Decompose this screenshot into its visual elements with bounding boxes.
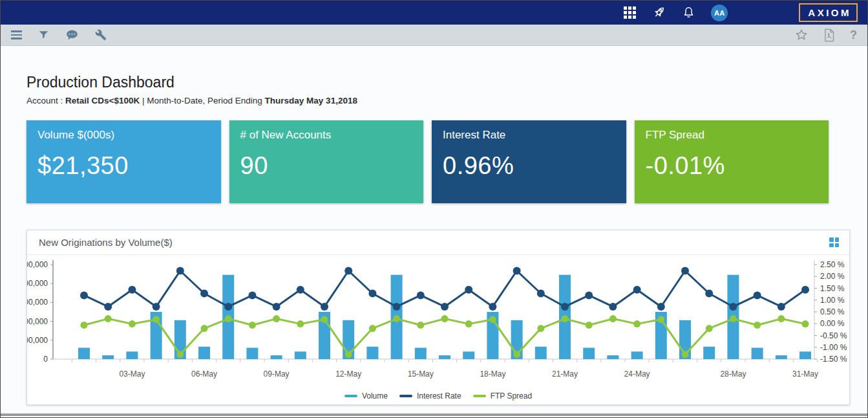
- interest-rate-point: [80, 291, 88, 299]
- right-axis-label: 2.00 %: [820, 272, 845, 281]
- toolbar-left-group: [11, 28, 107, 42]
- interest-rate-point: [633, 286, 641, 294]
- top-nav: AA AXIOM: [1, 1, 867, 25]
- interest-rate-line: [84, 270, 805, 306]
- right-axis-label: -0.50 %: [820, 331, 847, 340]
- volume-bar: [198, 347, 210, 359]
- kpi-label: # of New Accounts: [240, 129, 413, 142]
- volume-bar: [607, 355, 619, 359]
- page-title: Production Dashboard: [26, 74, 867, 91]
- toolbar: ?: [1, 25, 867, 46]
- interest-rate-point: [321, 303, 328, 311]
- apps-grid-icon[interactable]: [624, 6, 636, 19]
- interest-rate-point: [441, 303, 449, 311]
- x-axis-label: 28-May: [720, 369, 746, 379]
- comments-icon[interactable]: [65, 28, 79, 42]
- interest-rate-point: [513, 267, 521, 274]
- left-axis-label: 1,500,000: [27, 298, 48, 307]
- volume-bar: [463, 351, 474, 359]
- kpi-card-interest-rate[interactable]: Interest Rate 0.96%: [432, 120, 626, 203]
- notifications-bell-icon[interactable]: [682, 6, 695, 19]
- interest-rate-point: [248, 291, 256, 299]
- ftp-spread-point: [609, 315, 617, 322]
- rocket-icon[interactable]: [651, 5, 666, 20]
- kpi-card-volume[interactable]: Volume $(000s) $21,350: [26, 120, 221, 203]
- help-icon[interactable]: ?: [850, 28, 857, 42]
- left-axis-label: 2,500,000: [27, 260, 48, 269]
- apps-grid-icon-glyph: [624, 6, 636, 19]
- legend-label: Interest Rate: [417, 391, 461, 401]
- ftp-spread-line: [84, 319, 805, 355]
- x-axis-label: 03-May: [119, 369, 145, 379]
- volume-bar: [271, 355, 282, 359]
- export-pdf-icon[interactable]: [823, 28, 835, 42]
- filter-icon[interactable]: [38, 30, 49, 41]
- ftp-spread-point: [417, 322, 424, 329]
- chart-panel-header: New Originations by Volume($): [27, 230, 849, 255]
- account-value: Retail CDs<$100K: [65, 96, 140, 105]
- right-axis-label: 1.00 %: [820, 296, 845, 305]
- kpi-card-ftp-spread[interactable]: FTP Spread -0.01%: [635, 120, 829, 203]
- chart-legend: VolumeInterest RateFTP Spread: [27, 389, 849, 403]
- right-axis-label: -1.00 %: [820, 343, 847, 352]
- grid-layout-icon[interactable]: [829, 237, 839, 247]
- volume-bar: [703, 347, 715, 359]
- ftp-spread-point: [249, 322, 256, 329]
- interest-rate-point: [561, 303, 569, 311]
- interest-rate-point: [657, 303, 665, 311]
- interest-rate-point: [681, 267, 689, 274]
- ftp-spread-point: [706, 325, 713, 332]
- x-axis-label: 21-May: [552, 369, 578, 379]
- ftp-spread-point: [105, 315, 112, 322]
- ftp-spread-point: [225, 315, 232, 322]
- chart-panel: New Originations by Volume($) 0500,0001,…: [26, 230, 850, 405]
- interest-rate-point: [224, 303, 232, 311]
- ftp-spread-point: [586, 322, 593, 329]
- chart-title: New Originations by Volume($): [39, 237, 173, 248]
- left-axis-label: 2,000,000: [27, 279, 48, 288]
- favorite-star-icon[interactable]: [794, 28, 809, 42]
- volume-bar: [583, 347, 595, 359]
- ftp-spread-point: [201, 325, 208, 332]
- user-avatar[interactable]: AA: [711, 5, 728, 21]
- tools-wrench-icon[interactable]: [95, 29, 107, 41]
- interest-rate-point: [754, 291, 761, 299]
- x-axis-label: 15-May: [408, 369, 434, 379]
- left-axis-label: 0: [43, 355, 48, 364]
- legend-item-ftp-spread[interactable]: FTP Spread: [473, 391, 532, 401]
- x-axis-label: 06-May: [191, 369, 217, 379]
- x-axis-label: 09-May: [264, 369, 290, 379]
- ftp-spread-point: [81, 322, 88, 329]
- ftp-spread-point: [754, 322, 761, 329]
- volume-bar: [631, 351, 643, 359]
- interest-rate-point: [128, 286, 136, 294]
- volume-bar: [246, 347, 258, 359]
- period-label: | Month-to-Date, Period Ending: [140, 96, 264, 105]
- kpi-label: Interest Rate: [443, 129, 615, 142]
- dashboard-content: Production Dashboard Account : Retail CD…: [1, 74, 867, 405]
- ftp-spread-point: [633, 320, 640, 327]
- interest-rate-point: [176, 267, 184, 274]
- ftp-spread-point: [129, 320, 136, 327]
- kpi-card-new-accounts[interactable]: # of New Accounts 90: [229, 120, 424, 203]
- interest-rate-point: [465, 286, 472, 294]
- account-label: Account :: [26, 96, 65, 105]
- ftp-spread-point: [657, 316, 664, 323]
- volume-bar: [752, 347, 763, 359]
- menu-icon[interactable]: [11, 30, 22, 39]
- period-value: Thursday May 31,2018: [265, 96, 357, 105]
- legend-item-interest-rate[interactable]: Interest Rate: [399, 391, 461, 401]
- toolbar-right-group: ?: [794, 28, 857, 42]
- ftp-spread-point: [273, 315, 280, 322]
- axiom-logo[interactable]: AXIOM: [799, 3, 858, 22]
- legend-item-volume[interactable]: Volume: [344, 391, 388, 401]
- interest-rate-point: [489, 303, 496, 311]
- combo-chart: 0500,0001,000,0001,500,0002,000,0002,500…: [27, 255, 849, 389]
- ftp-spread-point: [441, 315, 449, 322]
- legend-label: Volume: [362, 391, 388, 401]
- ftp-spread-point: [153, 316, 160, 323]
- app-window: AA AXIOM: [0, 0, 868, 418]
- ftp-spread-point: [393, 315, 400, 322]
- legend-swatch: [473, 395, 486, 397]
- right-axis-label: 2.50 %: [820, 260, 845, 269]
